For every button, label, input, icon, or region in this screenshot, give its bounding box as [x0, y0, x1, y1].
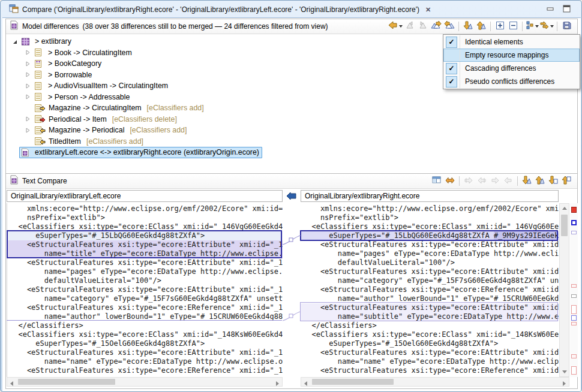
vertical-scrollbar-thumb[interactable]: [561, 215, 568, 236]
tree-item[interactable]: TitledItem[eClassifiers add]: [6, 136, 577, 147]
expand-collapsed-icon[interactable]: [23, 70, 32, 80]
merge-current-to-left-button[interactable]: [404, 20, 416, 32]
previous-change-button[interactable]: [560, 175, 572, 187]
code-line: xmlns:ecore="http://www.eclipse.org/emf/…: [301, 204, 559, 213]
menu-item[interactable]: ✓Pseudo conflicts differences: [443, 75, 580, 88]
navigate-back-dropdown-arrow-icon[interactable]: [399, 25, 403, 28]
tree-item-box: Magazine -> Periodical[eClassifiers add]: [32, 125, 190, 136]
tc-toolbar-separator: [517, 176, 518, 186]
ruler-marker-pink[interactable]: [571, 354, 577, 358]
checkmark-cell: ✓: [443, 75, 460, 88]
menu-item[interactable]: ✓Cascading differences: [443, 62, 580, 75]
code-line: eSuperTypes="#_15OelG60EeGkd4g88tZXfA">: [7, 339, 283, 348]
right-hscroll-thumb[interactable]: [312, 379, 394, 385]
ruler-marker-pink[interactable]: [571, 322, 577, 325]
next-difference-button[interactable]: [521, 175, 533, 187]
tree-item-box: > Book -> CirculatingItem: [32, 47, 135, 58]
expand-placeholder: [23, 103, 32, 113]
navigate-back-button[interactable]: [388, 20, 403, 32]
ruler-marker-lavender[interactable]: [571, 231, 577, 234]
ruler-marker-blue[interactable]: [571, 220, 577, 225]
copy-all-from-right-to-left-button[interactable]: [476, 175, 488, 187]
change-badge-left-gold-icon: [40, 125, 46, 136]
menu-item[interactable]: Empty resource mappings: [443, 49, 580, 62]
compare-editor-tab[interactable]: Compare ('OriginalLibrary/extlibraryRigh…: [5, 2, 434, 17]
collapse-all-button[interactable]: [507, 20, 519, 32]
eclass-add-right-icon: [34, 104, 46, 113]
expand-collapsed-icon[interactable]: [23, 59, 32, 68]
expand-all-button[interactable]: [494, 20, 506, 32]
right-code-pane[interactable]: xmlns:ecore="http://www.eclipse.org/emf/…: [301, 203, 559, 377]
menu-item-label: Identical elements: [460, 38, 523, 46]
left-hscroll-thumb[interactable]: [18, 379, 115, 385]
scroll-right-icon[interactable]: [273, 379, 282, 388]
scroll-up-icon[interactable]: [560, 204, 569, 213]
md-toolbar-separator: [490, 22, 491, 31]
expand-collapsed-icon[interactable]: [23, 81, 32, 91]
text-compare-header: Text Compare: [6, 174, 577, 189]
copy-current-change-to-right-button[interactable]: [489, 175, 501, 187]
expand-collapsed-icon[interactable]: [23, 48, 32, 58]
tree-item[interactable]: extlibraryLeft.ecore <-> extlibraryRight…: [6, 147, 577, 158]
ruler-marker-red-filled[interactable]: [571, 207, 577, 213]
code-line: name="subtitle" eType="ecore:EDataType h…: [301, 312, 559, 321]
previous-difference-button[interactable]: [475, 20, 487, 32]
expand-collapsed-icon[interactable]: [23, 114, 32, 124]
tree-item[interactable]: Magazine -> CirculatingItem[eClassifiers…: [6, 102, 577, 114]
eclass-add-left-icon: [34, 126, 46, 135]
model-file-icon: [21, 148, 32, 157]
change-direction-arrow-icon[interactable]: [283, 190, 301, 202]
expand-expanded-icon[interactable]: [10, 37, 19, 46]
code-line: <eClassifiers xsi:type="ecore:EClass" xm…: [301, 222, 559, 231]
merge-all-to-left-button[interactable]: [443, 20, 455, 32]
filter-differences-dropdown-arrow-icon[interactable]: [550, 25, 554, 28]
menu-item-label: Cascading differences: [460, 64, 536, 73]
tree-item-label: > Borrowable: [48, 71, 92, 79]
two-way-compare-view-button[interactable]: [431, 175, 443, 187]
swap-left-and-right-button[interactable]: [444, 175, 456, 187]
next-change-button[interactable]: [547, 175, 559, 187]
ruler-marker-gray[interactable]: [571, 294, 577, 298]
ruler-marker-pink[interactable]: [571, 284, 577, 288]
next-difference-button[interactable]: [462, 20, 474, 32]
scroll-right-icon[interactable]: [560, 379, 569, 388]
group-differences-dropdown-arrow-icon[interactable]: [535, 25, 539, 28]
tree-item[interactable]: Magazine -> Periodical[eClassifiers add]: [6, 125, 577, 136]
tab-title: Compare ('OriginalLibrary/extlibraryRigh…: [22, 5, 419, 14]
ruler-marker-pink-tall[interactable]: [571, 366, 577, 375]
change-badge-right-red-icon: [40, 114, 46, 125]
copy-all-from-left-to-right-button[interactable]: [463, 175, 475, 187]
previous-difference-button[interactable]: [534, 175, 546, 187]
tree-item[interactable]: Periodical -> Item[eClassifiers delete]: [6, 114, 577, 125]
tree-item[interactable]: > Person -> Addressable: [6, 92, 577, 103]
compare-editor-icon: [9, 4, 19, 16]
checkmark-cell: ✓: [443, 62, 460, 75]
save-comparison-button[interactable]: [560, 20, 572, 32]
vertical-scrollbar[interactable]: [559, 203, 569, 377]
filter-differences-button[interactable]: [540, 20, 554, 32]
scroll-left-icon[interactable]: [7, 379, 16, 388]
diff-connector-handle: [289, 238, 293, 242]
left-horizontal-scrollbar[interactable]: [7, 377, 283, 387]
scroll-left-icon[interactable]: [301, 379, 310, 388]
right-horizontal-scrollbar[interactable]: [301, 377, 569, 387]
ruler-marker-pink-tall[interactable]: [571, 305, 577, 314]
tree-item-box: extlibraryLeft.ecore <-> extlibraryRight…: [19, 147, 262, 158]
expand-collapsed-icon[interactable]: [23, 92, 32, 102]
ruler-marker-blue-outline[interactable]: [571, 315, 577, 321]
menu-item[interactable]: ✓Identical elements: [443, 35, 580, 49]
change-badge-left-gold-icon: [40, 137, 46, 147]
merge-current-to-right-button[interactable]: [417, 20, 429, 32]
tree-item-suffix: [eClassifiers add]: [147, 104, 204, 112]
left-code-pane[interactable]: xmlns:ecore="http://www.eclipse.org/emf/…: [7, 203, 283, 377]
group-differences-button[interactable]: [526, 20, 539, 32]
copy-current-change-to-left-button[interactable]: [502, 175, 514, 187]
tree-item-label: Periodical -> Item: [49, 115, 107, 123]
scroll-down-icon[interactable]: [560, 367, 569, 376]
expand-collapsed-icon[interactable]: [23, 125, 32, 135]
epackage-icon: [21, 37, 32, 46]
minimize-button[interactable]: [547, 4, 554, 15]
tab-close-icon[interactable]: ✕: [425, 6, 431, 14]
maximize-button[interactable]: [563, 4, 571, 15]
merge-all-to-right-button[interactable]: [430, 20, 442, 32]
